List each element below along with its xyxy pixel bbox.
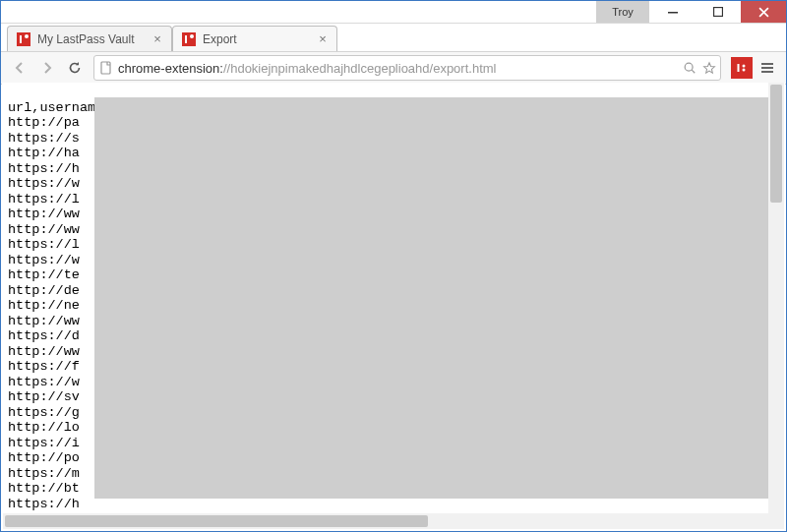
lastpass-icon — [735, 61, 749, 75]
browser-toolbar: chrome-extension://hdokiejnpimakedhajhdl… — [1, 51, 786, 85]
svg-rect-11 — [761, 63, 773, 65]
browser-window: Troy My LastPass Vault × Export × — [0, 0, 787, 532]
reload-button[interactable] — [62, 55, 88, 81]
search-icon[interactable] — [683, 61, 696, 75]
tab-lastpass-vault[interactable]: My LastPass Vault × — [7, 26, 172, 51]
svg-line-6 — [692, 70, 695, 73]
tab-label: Export — [203, 32, 315, 46]
vertical-scrollbar-thumb[interactable] — [770, 85, 782, 203]
tabstrip: My LastPass Vault × Export × — [1, 24, 786, 51]
omnibox-actions — [683, 61, 716, 75]
window-close-button[interactable] — [741, 1, 786, 23]
hamburger-icon — [759, 60, 775, 76]
svg-rect-8 — [738, 64, 740, 72]
address-bar-url: chrome-extension://hdokiejnpimakedhajhdl… — [118, 61, 683, 76]
svg-point-9 — [743, 65, 746, 68]
chrome-user-button[interactable]: Troy — [596, 1, 650, 23]
address-bar[interactable]: chrome-extension://hdokiejnpimakedhajhdl… — [93, 55, 721, 81]
tab-close-button[interactable]: × — [315, 31, 331, 47]
window-maximize-button[interactable] — [696, 1, 741, 23]
arrow-right-icon — [39, 60, 55, 76]
redaction-overlay — [94, 97, 770, 499]
horizontal-scrollbar-thumb[interactable] — [5, 515, 428, 527]
tab-close-button[interactable]: × — [150, 31, 165, 47]
titlebar-spacer — [1, 1, 596, 23]
svg-rect-7 — [735, 61, 749, 75]
tab-export[interactable]: Export × — [172, 26, 337, 51]
close-icon — [758, 7, 769, 18]
svg-rect-4 — [101, 62, 110, 74]
chrome-user-label: Troy — [612, 6, 634, 18]
horizontal-scrollbar[interactable] — [3, 513, 768, 529]
svg-point-5 — [685, 63, 693, 71]
lastpass-extension-button[interactable] — [731, 57, 753, 79]
vertical-scrollbar[interactable] — [768, 83, 784, 513]
scrollbar-corner — [768, 513, 784, 529]
chrome-menu-button[interactable] — [755, 55, 780, 81]
lastpass-icon — [16, 31, 31, 47]
back-button[interactable] — [7, 55, 32, 81]
window-titlebar: Troy — [1, 1, 786, 24]
lastpass-icon — [181, 31, 197, 47]
page-icon — [98, 60, 114, 76]
bookmark-star-icon[interactable] — [702, 61, 716, 75]
svg-rect-0 — [668, 12, 678, 14]
minimize-icon — [668, 7, 678, 17]
svg-rect-12 — [761, 67, 773, 69]
maximize-icon — [713, 7, 723, 17]
reload-icon — [67, 60, 83, 76]
arrow-left-icon — [12, 60, 28, 76]
tab-label: My LastPass Vault — [37, 32, 150, 46]
svg-point-10 — [743, 69, 746, 72]
window-minimize-button[interactable] — [650, 1, 696, 23]
forward-button[interactable] — [34, 55, 60, 81]
svg-rect-13 — [761, 71, 773, 73]
svg-rect-1 — [714, 8, 723, 17]
